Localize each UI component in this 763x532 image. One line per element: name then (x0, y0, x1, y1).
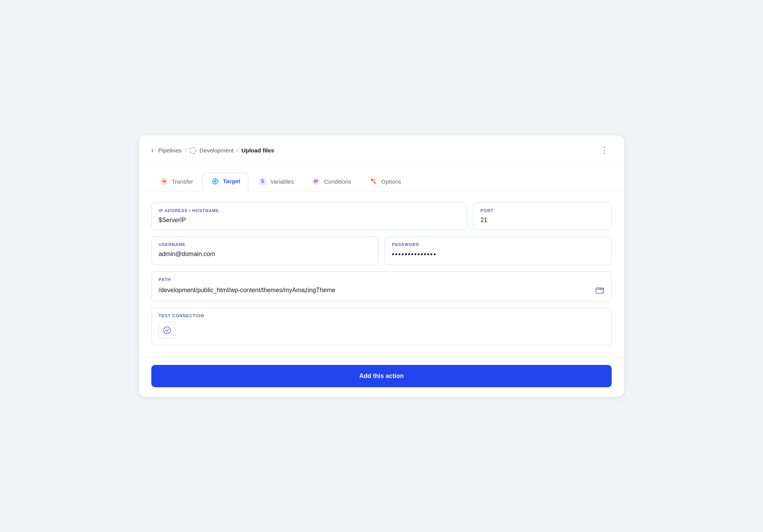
add-action-button[interactable]: Add this action (151, 365, 612, 387)
tab-target[interactable]: Target (202, 172, 248, 192)
breadcrumb: ‹ Pipelines / Development / Upload files (151, 146, 274, 154)
path-inner: /development/public_html/wp-content/them… (159, 286, 604, 295)
back-button[interactable]: ‹ (151, 146, 154, 154)
ip-port-row: IP ADDRESS / HOSTNAME $ServerIP PORT 21 (151, 202, 612, 230)
username-label: USERNAME (159, 242, 371, 247)
loading-icon (189, 147, 196, 154)
content-area: IP ADDRESS / HOSTNAME $ServerIP PORT 21 … (139, 192, 624, 358)
browse-folder-icon[interactable] (595, 286, 604, 295)
transfer-icon (159, 177, 169, 186)
tab-target-label: Target (223, 178, 240, 184)
tabs-bar: Transfer Target (139, 164, 624, 192)
tab-conditions[interactable]: IP Conditions (303, 172, 359, 192)
test-connection-label: TEST CONNECTION (159, 313, 604, 318)
path-label: PATH (159, 277, 604, 282)
password-label: PASSWORD (392, 242, 604, 247)
test-connection-button[interactable] (159, 322, 604, 339)
tab-variables[interactable]: $ Variables (250, 172, 302, 192)
ip-address-field[interactable]: IP ADDRESS / HOSTNAME $ServerIP (151, 202, 467, 230)
path-field[interactable]: PATH /development/public_html/wp-content… (151, 271, 612, 302)
path-value: /development/public_html/wp-content/them… (159, 287, 335, 294)
tab-variables-label: Variables (270, 178, 294, 185)
development-link[interactable]: Development (199, 147, 233, 154)
pipelines-link[interactable]: Pipelines (158, 147, 182, 154)
tab-transfer-label: Transfer (172, 178, 193, 185)
tab-transfer[interactable]: Transfer (151, 172, 201, 192)
port-value: 21 (480, 217, 604, 224)
test-connection-field: TEST CONNECTION (151, 308, 612, 345)
test-btn[interactable] (159, 322, 176, 339)
svg-point-19 (164, 327, 171, 334)
port-field[interactable]: PORT 21 (473, 202, 612, 230)
svg-text:IP: IP (314, 179, 318, 184)
target-icon (211, 177, 220, 186)
username-field[interactable]: USERNAME admin@domain.com (151, 236, 378, 265)
ip-label: IP ADDRESS / HOSTNAME (159, 208, 460, 213)
more-menu-button[interactable]: ⋮ (597, 144, 612, 157)
port-label: PORT (480, 208, 604, 213)
tab-conditions-label: Conditions (324, 178, 351, 185)
options-icon (369, 177, 378, 186)
tab-options[interactable]: Options (361, 172, 409, 192)
breadcrumb-sep1: / (185, 147, 186, 154)
variables-icon: $ (258, 177, 267, 186)
username-value: admin@domain.com (159, 251, 371, 258)
password-field[interactable]: PASSWORD •••••••••••••• (385, 236, 612, 265)
breadcrumb-sep2: / (237, 147, 238, 154)
password-value: •••••••••••••• (392, 251, 604, 259)
conditions-icon: IP (311, 177, 321, 186)
ip-value: $ServerIP (159, 217, 460, 224)
header: ‹ Pipelines / Development / Upload files… (139, 136, 624, 164)
main-card: ‹ Pipelines / Development / Upload files… (139, 136, 624, 397)
add-action-bar: Add this action (139, 358, 624, 396)
tab-options-label: Options (381, 178, 401, 185)
svg-text:$: $ (261, 179, 264, 184)
username-password-row: USERNAME admin@domain.com PASSWORD •••••… (151, 236, 612, 265)
page-title: Upload files (241, 147, 274, 154)
svg-point-3 (214, 180, 217, 182)
